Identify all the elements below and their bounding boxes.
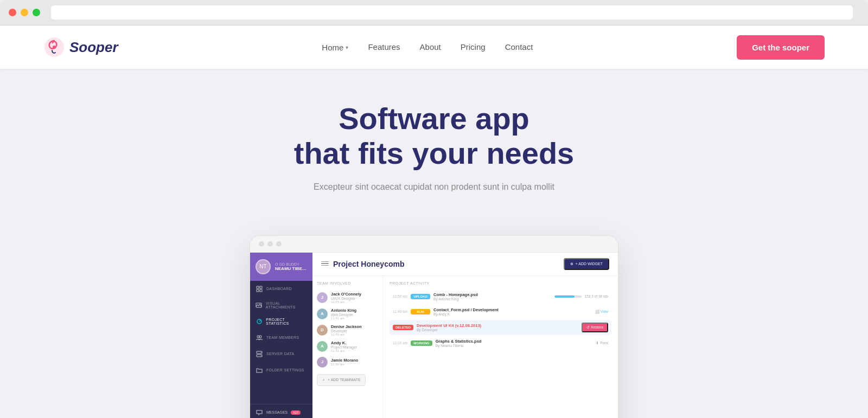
svg-point-10: [259, 336, 261, 338]
nav-pricing[interactable]: Pricing: [461, 42, 486, 52]
mock-avatar: NT: [256, 259, 271, 274]
sidebar-item-folder[interactable]: FOLDER SETTINGS: [250, 362, 312, 378]
add-teammate-button[interactable]: ＋ + ADD TEAMMATE: [317, 374, 366, 386]
sidebar-item-server[interactable]: SERVER DATA: [250, 346, 312, 362]
sidebar-item-team[interactable]: TEAM MEMBERS: [250, 330, 312, 346]
sidebar-item-visual[interactable]: VISUAL ATTACHMENTS: [250, 297, 312, 313]
nav-features-link[interactable]: Features: [368, 42, 400, 52]
mockup-titlebar: [250, 236, 618, 253]
view-icon: ⬜: [595, 310, 599, 313]
sidebar-item-dashboard[interactable]: DASHBOARD: [250, 281, 312, 297]
member-info: Andy K. Project Manager 11:31 am: [331, 340, 357, 352]
nav-contact[interactable]: Contact: [505, 42, 533, 52]
mock-dot-3: [276, 241, 282, 247]
team-member: D Denise Jackson Developer 11:40 am: [317, 322, 378, 338]
hero-heading: Software app that fits your needs: [11, 101, 857, 171]
deleted-badge: DELETED: [393, 325, 413, 330]
view-link[interactable]: ⬜ View: [595, 310, 608, 314]
member-avatar: A: [317, 308, 328, 319]
nav-about[interactable]: About: [420, 42, 441, 52]
logo-text: Sooper: [69, 39, 118, 56]
team-member: J Jamie Morano 11:00 am: [317, 355, 378, 370]
stats-icon: [256, 318, 263, 325]
activity-info: Graphs & Statistics.psd By Neamu Tiberiu: [436, 339, 592, 348]
peek-link[interactable]: ⬇ Peek: [596, 341, 608, 345]
messages-badge: 327: [291, 410, 301, 415]
mock-content-grid: TEAM INVOLVED J Jack O'Connely UI/UX Des…: [312, 276, 618, 418]
activity-info: Comb - Homepage.psd By Antonio King: [433, 292, 551, 301]
svg-point-14: [260, 355, 261, 356]
member-info: Denise Jackson Developer 11:40 am: [331, 324, 362, 336]
svg-rect-5: [260, 290, 262, 292]
member-info: Jamie Morano 11:00 am: [331, 358, 358, 366]
browser-minimize-dot: [21, 9, 28, 16]
svg-rect-3: [260, 286, 262, 288]
folder-icon: [256, 366, 263, 374]
mock-user-info: O GO BUDDY NEAMU TIBERIU: [275, 262, 307, 271]
mock-dot-2: [267, 241, 273, 247]
mockup-body: NT O GO BUDDY NEAMU TIBERIU DASHBOARD: [250, 253, 618, 418]
plus-icon: ＋: [322, 377, 326, 383]
nav-about-link[interactable]: About: [420, 42, 441, 52]
upload-badge: UPLOAD: [411, 294, 430, 299]
working-badge: WORKING: [411, 340, 432, 346]
nav-pricing-link[interactable]: Pricing: [461, 42, 486, 52]
nav-links: Home ▾ Features About Pricing Contact: [322, 42, 533, 52]
plus-icon: ⊕: [570, 262, 573, 266]
svg-line-8: [259, 320, 261, 321]
navbar: Sooper Home ▾ Features About Pricing Con…: [0, 25, 868, 69]
activity-panel: PROJECT ACTIVITY 11:50 am UPLOAD Comb - …: [383, 276, 618, 418]
browser-chrome: [0, 0, 868, 25]
member-avatar: J: [317, 357, 328, 368]
run-badge: RUN: [411, 309, 430, 314]
mock-dot-1: [259, 241, 264, 247]
activity-info: Development UI Kit (v.12.08.2013) By Dev…: [417, 323, 578, 332]
svg-point-1: [53, 46, 56, 49]
member-avatar: A: [317, 341, 328, 352]
add-widget-button[interactable]: ⊕ + ADD WIDGET: [564, 258, 609, 270]
logo-link[interactable]: Sooper: [43, 36, 118, 58]
team-member: A Antonio King Web Designer 11:41 am: [317, 306, 378, 322]
logo-icon: [43, 36, 65, 58]
peek-icon: ⬇: [596, 341, 599, 345]
hamburger-icon: [321, 261, 329, 267]
member-avatar: J: [317, 292, 328, 303]
mock-app-header: Project Honeycomb ⊕ + ADD WIDGET: [312, 253, 618, 276]
messages-icon: [256, 409, 263, 416]
page: Sooper Home ▾ Features About Pricing Con…: [0, 25, 868, 418]
nav-home[interactable]: Home ▾: [322, 43, 348, 52]
dashboard-icon: [256, 285, 263, 293]
sidebar-messages[interactable]: MESSAGES 327: [250, 404, 312, 418]
chevron-down-icon: ▾: [346, 44, 348, 50]
app-mockup: NT O GO BUDDY NEAMU TIBERIU DASHBOARD: [250, 235, 618, 418]
activity-item: 11:50 am UPLOAD Comb - Homepage.psd By A…: [390, 290, 611, 304]
hero-section: Software app that fits your needs Except…: [0, 69, 868, 235]
member-info: Antonio King Web Designer 11:41 am: [331, 308, 356, 320]
mock-user-header: NT O GO BUDDY NEAMU TIBERIU: [250, 253, 312, 281]
nav-contact-link[interactable]: Contact: [505, 42, 533, 52]
sidebar-item-statistics[interactable]: PROJECT STATISTICS: [250, 313, 312, 330]
team-member: A Andy K. Project Manager 11:31 am: [317, 338, 378, 355]
server-icon: [256, 350, 263, 358]
svg-rect-2: [257, 286, 259, 288]
nav-features[interactable]: Features: [368, 42, 400, 52]
activity-item-highlighted: DELETED Development UI Kit (v.12.08.2013…: [390, 320, 611, 335]
cta-button[interactable]: Get the sooper: [737, 35, 825, 60]
team-member: J Jack O'Connely UI/UX Designer 11:55 am: [317, 290, 378, 306]
nav-home-link[interactable]: Home ▾: [322, 43, 348, 52]
browser-maximize-dot: [33, 9, 40, 16]
restore-button[interactable]: ↺ Restore: [582, 323, 608, 332]
users-icon: [256, 334, 263, 342]
progress-container: [554, 295, 582, 298]
image-icon: [256, 301, 263, 309]
browser-url-bar[interactable]: [51, 5, 853, 20]
svg-rect-4: [257, 290, 259, 292]
member-avatar: D: [317, 325, 328, 336]
project-title: Project Honeycomb: [321, 260, 404, 268]
activity-item: 11:40 am RUN Contact_Form.psd / Developm…: [390, 305, 611, 319]
svg-point-13: [260, 352, 261, 353]
browser-close-dot: [9, 9, 16, 16]
member-info: Jack O'Connely UI/UX Designer 11:55 am: [331, 292, 361, 304]
hero-subtext: Excepteur sint ocaecat cupidat non prode…: [11, 182, 857, 192]
mock-main-area: Project Honeycomb ⊕ + ADD WIDGET TEAM IN…: [312, 253, 618, 418]
